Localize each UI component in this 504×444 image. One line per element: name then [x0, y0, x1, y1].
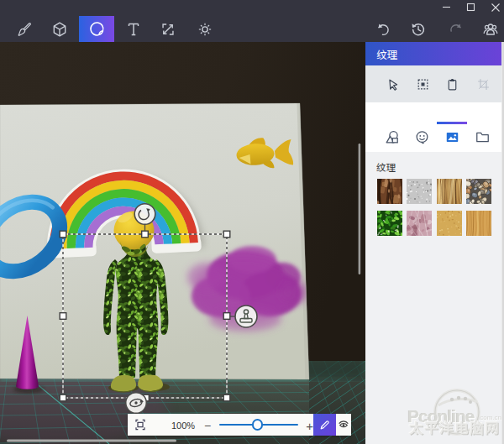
title-toolbar	[0, 0, 504, 42]
texture-panel: 纹理	[365, 42, 504, 444]
canvas-tool-button[interactable]	[159, 20, 177, 39]
maximize-button[interactable]	[458, 0, 483, 14]
minimize-button[interactable]	[433, 0, 459, 14]
texture-pebbles[interactable]	[466, 179, 491, 204]
3d-shapes-tool-button[interactable]	[50, 20, 69, 39]
folder-icon	[475, 129, 491, 145]
texture-leaves[interactable]	[377, 211, 402, 236]
rotate-x-handle[interactable]	[126, 393, 147, 414]
maximize-icon	[466, 3, 475, 12]
zoom-slider-thumb[interactable]	[252, 419, 264, 431]
zoom-slider[interactable]	[219, 419, 298, 431]
close-button[interactable]	[483, 0, 504, 14]
sticker-tabs	[365, 102, 504, 152]
tab-emoji-stickers[interactable]	[407, 123, 437, 152]
watermark: Pconline .com.cn 太平洋电脑网	[403, 384, 504, 444]
texture-granite[interactable]	[407, 179, 432, 204]
tab-custom-stickers[interactable]	[467, 123, 497, 152]
handle-bottom-right[interactable]	[223, 394, 230, 401]
minimize-icon	[442, 3, 451, 12]
texture-wood[interactable]	[466, 211, 491, 236]
texture-section-label: 纹理	[376, 160, 396, 174]
paint3d-window: 纹理	[0, 0, 504, 444]
canvas-vscrollbar[interactable]	[359, 144, 361, 274]
edit-mode-button[interactable]	[313, 414, 336, 436]
handle-bottom-left[interactable]	[60, 394, 66, 401]
texture-gallery: 纹理 Pconline .com.cn 太平洋电脑网	[365, 152, 504, 444]
panel-header: 纹理	[365, 42, 504, 65]
tab-shape-stickers[interactable]	[376, 123, 407, 152]
marquee-select-icon[interactable]	[416, 77, 430, 91]
handle-mid-left[interactable]	[60, 313, 66, 320]
stamp-handle[interactable]	[235, 306, 257, 327]
watermark-cn-name: 太平洋电脑网	[409, 417, 500, 437]
community-button[interactable]	[481, 20, 500, 39]
zoom-in-button[interactable]: +	[306, 416, 313, 434]
textures-icon	[444, 129, 460, 145]
effects-tool-button[interactable]	[196, 20, 214, 39]
canvas-hscrollbar[interactable]	[7, 439, 176, 441]
show-perspective-button[interactable]	[336, 414, 351, 436]
close-icon	[491, 3, 501, 13]
tab-textures-active[interactable]	[437, 123, 467, 152]
handle-top-right[interactable]	[223, 231, 230, 238]
handle-top-mid[interactable]	[142, 231, 149, 238]
texture-sand[interactable]	[437, 211, 462, 236]
stickers-icon	[88, 20, 106, 38]
eye-icon	[337, 418, 350, 431]
history-button[interactable]	[409, 20, 428, 39]
crop-icon-disabled[interactable]	[476, 77, 491, 91]
paste-icon[interactable]	[445, 77, 459, 91]
zoom-toolbar: 100% − +	[128, 414, 351, 436]
emoji-stickers-icon	[414, 129, 430, 145]
fit-to-view-button[interactable]	[134, 418, 147, 431]
texture-pink-marble[interactable]	[407, 211, 432, 236]
panel-title: 纹理	[376, 46, 397, 62]
text-tool-button[interactable]	[124, 20, 143, 39]
stickers-tool-button-active[interactable]	[79, 16, 114, 42]
canvas-viewport[interactable]	[0, 42, 365, 444]
rotate-z-handle[interactable]	[134, 204, 155, 225]
redo-button-disabled[interactable]	[447, 20, 465, 39]
pencil-icon	[318, 419, 331, 431]
panel-toolbar	[365, 65, 504, 102]
select-tool-icon[interactable]	[386, 77, 401, 91]
shape-stickers-icon	[384, 129, 400, 145]
handle-mid-right[interactable]	[223, 313, 230, 320]
texture-hair[interactable]	[437, 179, 462, 204]
brush-tool-button[interactable]	[15, 20, 34, 39]
texture-tree-bark[interactable]	[377, 179, 402, 204]
undo-button[interactable]	[374, 20, 392, 39]
handle-top-left[interactable]	[60, 231, 66, 238]
zoom-out-button[interactable]: −	[204, 416, 211, 433]
zoom-value: 100%	[171, 418, 198, 431]
